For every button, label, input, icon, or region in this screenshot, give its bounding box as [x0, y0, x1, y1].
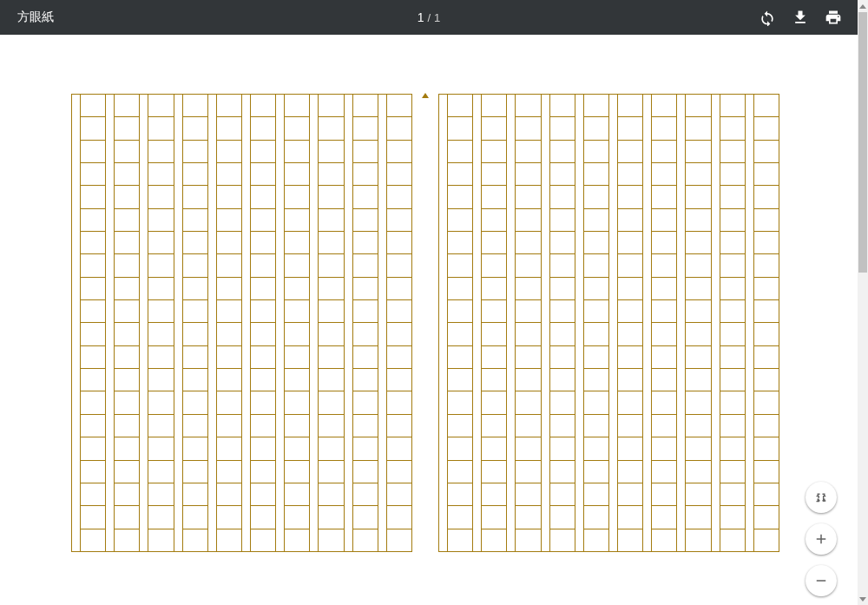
genko-cell	[550, 209, 575, 232]
window-scrollbar[interactable]	[858, 0, 868, 605]
genko-cell	[183, 300, 207, 323]
genko-cell	[720, 483, 745, 506]
genko-cell	[720, 506, 745, 529]
genko-cell	[482, 346, 506, 369]
genko-cell	[448, 415, 472, 437]
zoom-in-button[interactable]	[806, 523, 837, 555]
scroll-up-button[interactable]	[858, 0, 868, 12]
genko-cell	[584, 232, 608, 254]
genko-cell	[115, 254, 139, 277]
genko-cell	[720, 209, 745, 232]
genko-cell	[353, 323, 378, 345]
genko-cell	[482, 254, 506, 277]
genko-cell	[319, 323, 343, 345]
page-area[interactable]	[0, 35, 858, 605]
genko-cell	[183, 186, 207, 208]
genko-cell	[550, 437, 575, 460]
genko-cell	[584, 483, 608, 506]
genko-cell	[652, 506, 676, 529]
genko-cell	[516, 391, 540, 414]
genko-cell	[448, 141, 472, 163]
genko-cell	[217, 300, 241, 323]
genko-cell	[81, 506, 105, 529]
genko-cell	[115, 141, 139, 163]
genko-cell	[285, 254, 309, 277]
genko-cell	[353, 141, 378, 163]
genko-cell	[516, 186, 540, 208]
genko-cell	[448, 506, 472, 529]
genko-cell	[482, 483, 506, 506]
fit-page-button[interactable]	[806, 482, 837, 513]
rotate-icon[interactable]	[759, 9, 776, 26]
genko-cell	[81, 232, 105, 254]
genko-cell	[652, 278, 676, 300]
genko-cell	[387, 117, 411, 140]
zoom-out-button[interactable]	[806, 565, 837, 596]
genko-cell	[319, 461, 343, 483]
genko-cell	[115, 323, 139, 345]
genko-cell	[516, 369, 540, 391]
genko-cell	[720, 117, 745, 140]
genko-cell	[482, 278, 506, 300]
genko-cell	[584, 529, 608, 551]
genko-cell	[353, 209, 378, 232]
genko-column	[746, 95, 779, 551]
genko-cell	[754, 506, 779, 529]
genko-cell	[353, 391, 378, 414]
genko-cell	[251, 346, 275, 369]
genko-cell	[285, 391, 309, 414]
genko-cell	[81, 95, 105, 117]
genko-cell	[482, 117, 506, 140]
document-title: 方眼紙	[0, 10, 54, 25]
print-icon[interactable]	[825, 9, 842, 26]
genko-cell	[584, 163, 608, 186]
genko-cell	[251, 323, 275, 345]
genko-cell	[251, 163, 275, 186]
genko-cell	[482, 437, 506, 460]
genko-cell	[319, 483, 343, 506]
genko-column	[276, 95, 310, 551]
genko-cell	[482, 163, 506, 186]
genko-cell	[81, 369, 105, 391]
genko-cell	[251, 300, 275, 323]
genko-cell	[183, 415, 207, 437]
genko-furigana-gutter	[106, 95, 115, 551]
genko-cell	[285, 323, 309, 345]
genko-cell	[516, 415, 540, 437]
genko-cell	[754, 461, 779, 483]
scroll-down-button[interactable]	[858, 593, 868, 605]
genko-grid	[71, 94, 779, 552]
page-total: 1	[434, 11, 440, 24]
genko-cell	[319, 141, 343, 163]
genko-cell	[319, 437, 343, 460]
genko-cell	[217, 278, 241, 300]
genko-cell	[251, 117, 275, 140]
genko-cell	[217, 95, 241, 117]
genko-cell	[217, 369, 241, 391]
genko-cell	[686, 278, 710, 300]
genko-cell	[387, 346, 411, 369]
genko-cell	[652, 461, 676, 483]
genko-cell	[754, 141, 779, 163]
genko-cell	[148, 391, 173, 414]
genko-cells	[387, 95, 411, 551]
genko-cell	[448, 369, 472, 391]
genko-cell	[353, 95, 378, 117]
genko-cell	[618, 461, 642, 483]
genko-cell	[584, 461, 608, 483]
genko-cell	[448, 529, 472, 551]
download-icon[interactable]	[792, 9, 809, 26]
genko-cell	[285, 529, 309, 551]
genko-cell	[618, 186, 642, 208]
scroll-thumb[interactable]	[858, 12, 867, 273]
genko-cell	[353, 232, 378, 254]
genko-cell	[618, 323, 642, 345]
genko-cell	[550, 232, 575, 254]
genko-cell	[720, 300, 745, 323]
genko-cell	[686, 163, 710, 186]
genko-cell	[584, 278, 608, 300]
genko-cells	[652, 95, 676, 551]
genko-cell	[285, 346, 309, 369]
genko-cell	[448, 254, 472, 277]
genko-cell	[115, 483, 139, 506]
